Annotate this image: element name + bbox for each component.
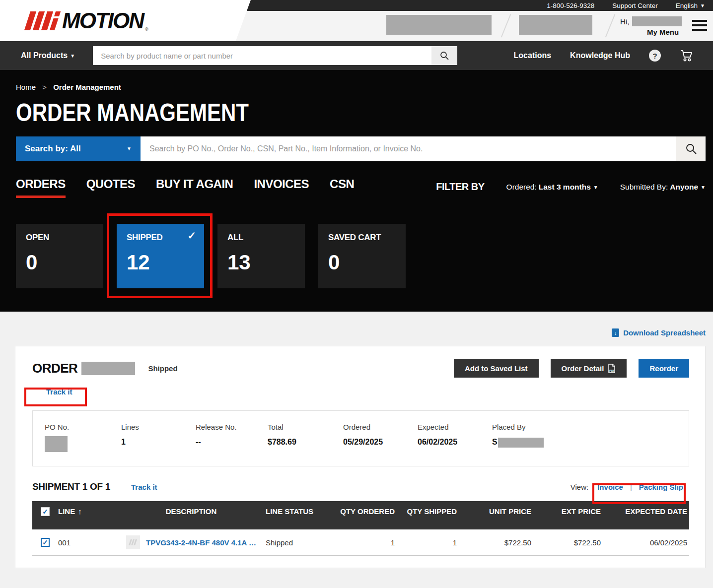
support-center-link[interactable]: Support Center <box>612 2 658 9</box>
svg-text:PDF: PDF <box>609 369 615 372</box>
motion-logo[interactable]: MOTION ® <box>27 10 148 32</box>
user-greeting: Hi, <box>620 16 682 26</box>
product-thumbnail <box>126 535 140 549</box>
cell-expected-date: 06/02/2025 <box>601 538 689 547</box>
order-header: ORDER Shipped Add to Saved List Order De… <box>32 359 689 378</box>
product-search-button[interactable] <box>431 46 457 65</box>
language-label: English <box>676 2 698 9</box>
status-card-all[interactable]: ALL 13 <box>217 224 305 288</box>
hamburger-menu-icon[interactable] <box>692 20 707 33</box>
shipment-title: SHIPMENT 1 OF 1 <box>32 481 110 492</box>
info-ordered: Ordered 05/29/2025 <box>343 423 418 452</box>
motion-logo-stripes-icon <box>24 11 61 30</box>
column-qty-shipped: QTY SHIPPED <box>395 507 457 529</box>
all-products-dropdown[interactable]: All Products▼ <box>21 51 75 60</box>
status-cards: OPEN 0 SHIPPED 12 ✓ ALL 13 SAVED CART 0 <box>16 224 713 288</box>
info-total: Total $788.69 <box>268 423 343 452</box>
greeting-text: Hi, <box>620 17 629 26</box>
chevron-down-icon: ▼ <box>700 3 705 8</box>
cell-unit-price: $722.50 <box>457 538 531 547</box>
help-icon[interactable]: ? <box>649 50 661 62</box>
locations-link[interactable]: Locations <box>514 51 552 60</box>
redacted-placed-by <box>498 438 544 448</box>
add-to-saved-list-button[interactable]: Add to Saved List <box>454 359 539 378</box>
cell-qty-shipped: 1 <box>395 538 457 547</box>
cart-icon[interactable] <box>680 49 693 62</box>
my-menu-link[interactable]: My Menu <box>647 28 679 36</box>
column-line[interactable]: LINE↑ <box>58 507 117 529</box>
download-spreadsheet-link[interactable]: ↓ Download Spreadsheet <box>612 328 706 337</box>
search-by-dropdown[interactable]: Search by: All ▼ <box>16 136 141 161</box>
column-ext-price: EXT PRICE <box>531 507 601 529</box>
reorder-button[interactable]: Reorder <box>639 359 689 378</box>
info-lines: Lines 1 <box>121 423 196 452</box>
table-row: ✓ 001 TPVG343-2-4N-BF 480V 4.1A … Shippe… <box>32 529 689 556</box>
tab-buy-it-again[interactable]: BUY IT AGAIN <box>156 177 233 196</box>
search-icon <box>439 51 449 61</box>
submitted-by-value: Anyone <box>670 183 698 191</box>
product-link[interactable]: TPVG343-2-4N-BF 480V 4.1A … <box>146 538 256 547</box>
redacted-account-info-2 <box>519 15 592 35</box>
tab-quotes[interactable]: QUOTES <box>86 177 135 196</box>
chevron-down-icon: ▼ <box>127 146 132 151</box>
view-label: View: <box>570 483 588 491</box>
ordered-label: Ordered: <box>506 183 537 191</box>
submitted-by-label: Submitted By: <box>620 183 668 191</box>
cell-description: TPVG343-2-4N-BF 480V 4.1A … <box>117 535 266 549</box>
cell-line-status: Shipped <box>266 538 335 547</box>
breadcrumb-home[interactable]: Home <box>16 83 36 91</box>
chevron-down-icon: ▼ <box>593 185 598 190</box>
redacted-order-number <box>81 362 135 375</box>
divider-slash <box>501 14 511 37</box>
column-qty-ordered: QTY ORDERED <box>335 507 395 529</box>
redacted-po-number <box>45 436 68 452</box>
page-title: ORDER MANAGEMENT <box>16 99 249 127</box>
redacted-account-info <box>386 15 492 35</box>
view-packing-slip-link[interactable]: Packing Slip <box>639 483 683 491</box>
status-card-saved-cart[interactable]: SAVED CART 0 <box>318 224 406 288</box>
language-selector[interactable]: English▼ <box>676 2 705 9</box>
divider-slash <box>605 14 616 37</box>
status-card-open[interactable]: OPEN 0 <box>16 224 103 288</box>
view-divider: | <box>630 483 632 491</box>
logo-wordmark: MOTION <box>62 10 143 32</box>
order-search-input[interactable] <box>141 136 676 161</box>
phone-number[interactable]: 1-800-526-9328 <box>547 2 594 9</box>
view-links: View: Invoice | Packing Slip <box>570 483 689 491</box>
cell-line: 001 <box>58 538 117 547</box>
info-expected: Expected 06/02/2025 <box>418 423 492 452</box>
order-info-box: PO No. Lines 1 Release No. -- Total $788… <box>32 410 689 466</box>
cell-qty-ordered: 1 <box>335 538 395 547</box>
checkmark-icon: ✓ <box>187 230 196 242</box>
ordered-value: Last 3 months <box>539 183 591 191</box>
order-search-bar: Search by: All ▼ <box>16 136 706 161</box>
select-all-checkbox[interactable]: ✓ <box>41 507 50 516</box>
shipment-header: SHIPMENT 1 OF 1 Track it View: Invoice |… <box>32 481 689 492</box>
chevron-down-icon: ▼ <box>701 185 706 190</box>
tab-orders[interactable]: ORDERS <box>16 177 66 198</box>
view-invoice-link[interactable]: Invoice <box>597 483 623 491</box>
shipment-track-it-link[interactable]: Track it <box>131 483 157 491</box>
order-detail-button[interactable]: Order Detail PDF <box>551 359 627 378</box>
order-heading: ORDER <box>32 361 77 376</box>
breadcrumb-separator: > <box>42 83 47 91</box>
column-description: DESCRIPTION <box>117 507 266 529</box>
download-icon: ↓ <box>612 328 619 337</box>
line-items-table: ✓ LINE↑ DESCRIPTION LINE STATUS QTY ORDE… <box>32 501 689 556</box>
registered-trademark: ® <box>145 27 148 32</box>
order-tabs: ORDERS QUOTES BUY IT AGAIN INVOICES CSN … <box>16 177 706 198</box>
submitted-by-filter-dropdown[interactable]: Submitted By:Anyone▼ <box>620 183 706 192</box>
order-search-button[interactable] <box>676 136 706 161</box>
tab-csn[interactable]: CSN <box>330 177 354 196</box>
status-card-shipped[interactable]: SHIPPED 12 ✓ <box>117 224 204 288</box>
order-actions: Add to Saved List Order Detail PDF Reord… <box>454 359 689 378</box>
ordered-filter-dropdown[interactable]: Ordered:Last 3 months▼ <box>506 183 598 192</box>
tab-invoices[interactable]: INVOICES <box>254 177 309 196</box>
product-search-input[interactable] <box>93 46 431 65</box>
knowledge-hub-link[interactable]: Knowledge Hub <box>570 51 630 60</box>
info-release-no: Release No. -- <box>196 423 268 452</box>
cell-ext-price: $722.50 <box>531 538 601 547</box>
search-by-label: Search by: All <box>25 144 81 154</box>
row-checkbox[interactable]: ✓ <box>41 538 50 547</box>
order-track-it-link[interactable]: Track it <box>46 388 72 396</box>
